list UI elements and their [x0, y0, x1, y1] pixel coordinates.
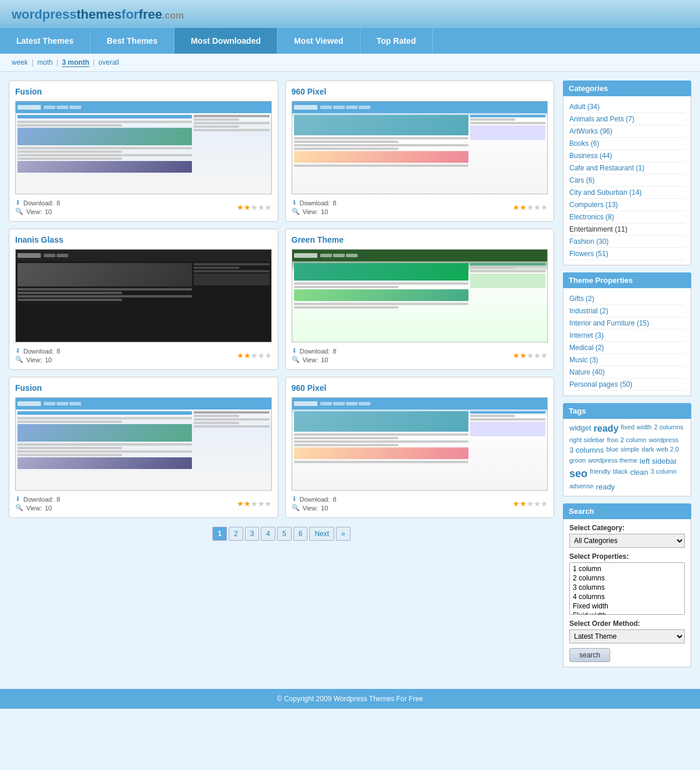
- download-count: 8: [57, 348, 60, 355]
- theme-title[interactable]: Fusion: [15, 383, 272, 393]
- footer: © Copyright 2009 Wordpress Themes For Fr…: [0, 689, 700, 709]
- breadcrumb-overall[interactable]: overall: [99, 58, 119, 66]
- breadcrumb: week | moth | 3 month | overall: [0, 54, 700, 72]
- page-6[interactable]: 6: [293, 527, 308, 541]
- theme-properties-body: Gifts (2) Industrial (2) Interior and Fu…: [563, 288, 691, 396]
- theme-card: Inanis Glass: [9, 229, 278, 370]
- property-link[interactable]: Nature (40): [569, 368, 605, 376]
- prop-option[interactable]: Fluid width: [571, 611, 683, 615]
- prop-option[interactable]: 1 column: [571, 564, 683, 573]
- theme-title[interactable]: Inanis Glass: [15, 235, 272, 244]
- tag[interactable]: fixed: [621, 424, 634, 434]
- list-item: Entertainment (11): [569, 223, 685, 236]
- view-label: View:: [26, 208, 42, 215]
- property-link[interactable]: Internet (3): [569, 331, 604, 340]
- page-3[interactable]: 3: [245, 527, 260, 541]
- prop-option[interactable]: 3 columns: [571, 583, 683, 592]
- category-entertainment[interactable]: Entertainment (11): [569, 225, 627, 233]
- tag[interactable]: clean: [630, 468, 648, 480]
- property-link[interactable]: Personal pages (50): [569, 380, 632, 388]
- breadcrumb-moth[interactable]: moth: [37, 58, 53, 66]
- sidebar: Categories Adult (34) Animals and Pets (…: [563, 80, 691, 674]
- tag[interactable]: ready: [594, 424, 619, 434]
- search-button[interactable]: search: [569, 648, 610, 662]
- category-link[interactable]: Flowers (51): [569, 250, 608, 258]
- nav-top-rated[interactable]: Top Rated: [360, 28, 433, 54]
- property-link[interactable]: Interior and Furniture (15): [569, 319, 649, 327]
- category-cafe[interactable]: Cafe and Restaurant (1): [569, 164, 645, 172]
- categories-list: Adult (34) Animals and Pets (7) ArtWorks…: [569, 101, 685, 260]
- tag[interactable]: blue: [606, 446, 618, 454]
- theme-card: 960 Pixel: [285, 377, 555, 518]
- page-4[interactable]: 4: [261, 527, 275, 541]
- breadcrumb-3month[interactable]: 3 month: [62, 58, 89, 67]
- nav-most-downloaded[interactable]: Most Downloaded: [174, 28, 278, 54]
- tag[interactable]: black: [613, 468, 628, 480]
- nav-latest-themes[interactable]: Latest Themes: [0, 28, 90, 54]
- theme-card: Green Theme: [285, 229, 555, 370]
- property-link[interactable]: Medical (2): [569, 344, 604, 352]
- tag[interactable]: froo: [607, 436, 618, 443]
- category-link[interactable]: Adult (34): [569, 103, 600, 111]
- theme-title[interactable]: Fusion: [15, 87, 272, 96]
- nav-most-viewed[interactable]: Most Viewed: [278, 28, 360, 54]
- logo-text: wordpressthemesforfree.com: [12, 7, 184, 22]
- category-link[interactable]: Computers (13): [569, 201, 618, 209]
- page-1[interactable]: 1: [212, 527, 227, 541]
- tag[interactable]: 2 column: [621, 436, 647, 443]
- order-select[interactable]: Latest Theme: [569, 629, 685, 643]
- tag[interactable]: friendly: [590, 468, 610, 480]
- tag[interactable]: right sidebar: [569, 436, 605, 443]
- tag[interactable]: 2 columns: [654, 424, 683, 434]
- tag[interactable]: adsense: [569, 482, 594, 491]
- list-item: Cars (6): [569, 174, 685, 187]
- prop-option[interactable]: 4 columns: [571, 592, 683, 601]
- page-5[interactable]: 5: [277, 527, 292, 541]
- category-link[interactable]: Books (6): [569, 139, 599, 148]
- tag[interactable]: wordpress: [649, 436, 678, 443]
- category-select[interactable]: All Categories: [569, 534, 685, 548]
- tag[interactable]: 3 column: [650, 468, 677, 480]
- theme-title[interactable]: Green Theme: [292, 235, 548, 244]
- list-item: Business (44): [569, 150, 685, 162]
- tag[interactable]: seo: [569, 468, 587, 480]
- properties-label: Select Properties:: [569, 552, 685, 561]
- list-item: Gifts (2): [569, 293, 685, 305]
- prop-option[interactable]: Fixed width: [571, 601, 683, 611]
- breadcrumb-week[interactable]: week: [12, 58, 28, 66]
- tag[interactable]: 3 columns: [569, 446, 604, 454]
- tag[interactable]: dark: [642, 446, 654, 454]
- page-last[interactable]: »: [336, 527, 351, 541]
- tag[interactable]: wordpress theme: [588, 457, 637, 466]
- site-logo: wordpressthemesforfree.com: [12, 7, 688, 22]
- tag[interactable]: widget: [569, 424, 592, 434]
- tag[interactable]: groon: [569, 457, 586, 466]
- category-link[interactable]: Animals and Pets (7): [569, 115, 634, 123]
- page-next[interactable]: Next: [309, 527, 334, 541]
- tag[interactable]: web 2.0: [656, 446, 679, 454]
- category-link[interactable]: Business (44): [569, 152, 612, 160]
- category-link[interactable]: ArtWorks (96): [569, 127, 612, 135]
- theme-title[interactable]: 960 Pixel: [292, 87, 548, 96]
- theme-thumbnail: [292, 397, 548, 491]
- theme-card: Fusion: [9, 80, 278, 222]
- properties-select[interactable]: 1 column 2 columns 3 columns 4 columns F…: [569, 562, 685, 615]
- property-link[interactable]: Music (3): [569, 356, 598, 364]
- category-link[interactable]: Fashion (30): [569, 237, 608, 246]
- tag[interactable]: width: [637, 424, 652, 434]
- page-2[interactable]: 2: [229, 527, 243, 541]
- main-content: Fusion: [0, 72, 700, 683]
- tag[interactable]: ready: [596, 482, 615, 491]
- nav-best-themes[interactable]: Best Themes: [90, 28, 174, 54]
- category-link[interactable]: Electronics (8): [569, 213, 614, 221]
- theme-title[interactable]: 960 Pixel: [292, 383, 548, 393]
- theme-stats: ⬇ Download: 8 🔍 View: 10 ★★★★★: [292, 495, 548, 512]
- prop-option[interactable]: 2 columns: [571, 573, 683, 583]
- properties-list: Gifts (2) Industrial (2) Interior and Fu…: [569, 293, 685, 391]
- category-city[interactable]: City and Suburban (14): [569, 188, 642, 197]
- tag[interactable]: left sidebar: [640, 457, 677, 466]
- category-link[interactable]: Cars (6): [569, 176, 594, 184]
- property-link[interactable]: Industrial (2): [569, 307, 608, 315]
- property-link[interactable]: Gifts (2): [569, 295, 594, 303]
- tag[interactable]: simple: [621, 446, 639, 454]
